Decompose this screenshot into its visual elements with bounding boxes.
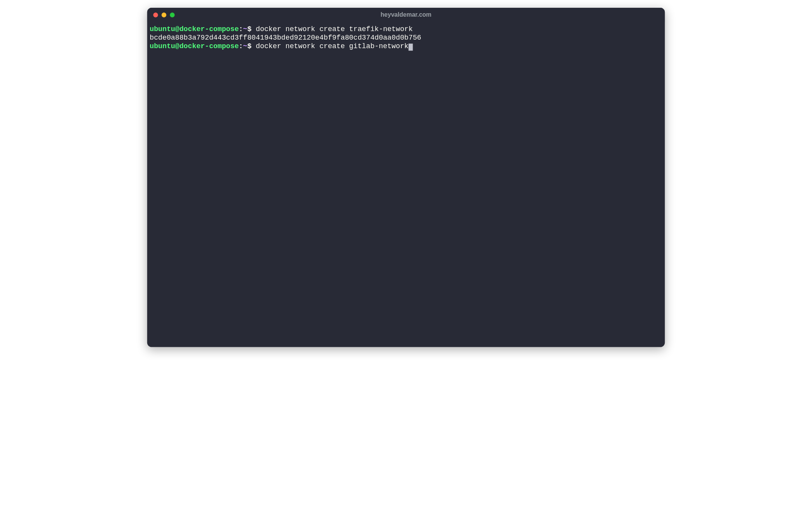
traffic-lights xyxy=(153,12,174,17)
minimize-icon[interactable] xyxy=(162,12,166,17)
close-icon[interactable] xyxy=(153,12,158,17)
prompt-path: ~ xyxy=(243,25,247,33)
prompt-user-host: ubuntu@docker-compose xyxy=(150,42,239,50)
titlebar: heyvaldemar.com xyxy=(147,8,665,22)
terminal-line-1: ubuntu@docker-compose:~$ docker network … xyxy=(150,25,662,33)
terminal-window: heyvaldemar.com ubuntu@docker-compose:~$… xyxy=(147,8,665,347)
maximize-icon[interactable] xyxy=(170,12,174,17)
terminal-body[interactable]: ubuntu@docker-compose:~$ docker network … xyxy=(147,22,665,347)
prompt-colon: : xyxy=(239,42,243,50)
cursor-icon xyxy=(409,44,413,50)
output-1: bcde0a88b3a792d443cd3ff8041943bded92120e… xyxy=(150,33,662,42)
command-1: docker network create traefik-network xyxy=(251,25,413,33)
prompt-path: ~ xyxy=(243,42,247,50)
prompt-colon: : xyxy=(239,25,243,33)
terminal-line-2: ubuntu@docker-compose:~$ docker network … xyxy=(150,42,662,51)
command-2: docker network create gitlab-network xyxy=(251,42,408,50)
prompt-symbol: $ xyxy=(247,42,251,50)
prompt-symbol: $ xyxy=(247,25,251,33)
prompt-user-host: ubuntu@docker-compose xyxy=(150,25,239,33)
window-title: heyvaldemar.com xyxy=(381,11,432,18)
